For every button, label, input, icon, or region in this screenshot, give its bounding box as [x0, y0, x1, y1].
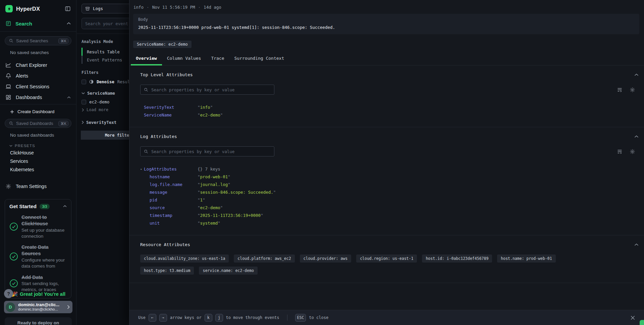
shortcut-badge: ⌘K	[58, 38, 68, 44]
resource-chip[interactable]: cloud.platform: aws_ec2	[234, 254, 294, 263]
saved-searches-input[interactable]: Saved Searches ⌘K	[5, 36, 71, 45]
attribute-row[interactable]: timestamp 2025-11-11T23:56:19+0000	[140, 212, 639, 219]
property-search-input[interactable]	[151, 149, 271, 154]
sidebar: HyperDX Search Saved Searches ⌘K No save…	[0, 0, 76, 325]
saved-dashboards-placeholder: Saved Dashboards	[16, 121, 53, 126]
tab-trace[interactable]: Trace	[206, 52, 229, 65]
chevron-down-icon	[9, 145, 12, 147]
collapse-sidebar-icon[interactable]	[65, 6, 71, 12]
resource-chip[interactable]: service.name: ec2-demo	[199, 267, 257, 275]
property-search-input[interactable]	[151, 87, 271, 92]
severity-badge: info	[133, 5, 144, 10]
settings-gear-icon[interactable]	[630, 149, 635, 154]
attribute-key: ServiceName	[144, 112, 198, 118]
resource-chip[interactable]: cloud.availability_zone: us-east-1a	[140, 254, 229, 263]
saved-dashboards-input[interactable]: Saved Dashboards ⌘K	[5, 119, 71, 128]
get-started-title: Get Started	[9, 203, 37, 209]
chevron-up-icon	[67, 22, 71, 25]
gear-icon	[5, 183, 11, 189]
step-description: Configure where your data comes from	[21, 257, 67, 269]
chart-icon	[5, 62, 11, 68]
deploy-banner[interactable]: Ready to deploy on	[5, 317, 72, 325]
attribute-row[interactable]: unit systemd	[140, 219, 639, 227]
collapse-section-icon[interactable]	[634, 243, 639, 246]
sidebar-item-alerts[interactable]: Alerts	[0, 71, 76, 81]
denoise-checkbox[interactable]	[82, 80, 86, 84]
attribute-row[interactable]: ServiceName ec2-demo	[140, 111, 639, 119]
deploy-banner-text: Ready to deploy on	[17, 320, 59, 325]
attribute-value: 2025-11-11T23:56:19+0000	[198, 213, 263, 218]
event-age: 14d ago	[204, 5, 221, 10]
section-title: Log Attributes	[140, 134, 177, 139]
body-label: Body	[138, 17, 634, 22]
sidebar-search-label: Search	[15, 21, 32, 27]
attribute-row[interactable]: pid 1	[140, 196, 639, 204]
step-title: Connect to ClickHouse	[21, 215, 48, 226]
resource-chip[interactable]: host.id: i-0abc123def456789	[422, 254, 492, 263]
feedback-corner-button[interactable]	[640, 320, 644, 325]
celebration-text: Great job! You're all	[20, 291, 65, 297]
get-started-step[interactable]: Create Data Sources Configure where your…	[9, 244, 67, 269]
user-menu[interactable]: D dominic.tran@clic... dominic.tran@clic…	[4, 301, 72, 313]
create-dashboard-button[interactable]: Create Dashboard	[0, 104, 76, 114]
expander-triangle-icon[interactable]: ▾	[140, 168, 144, 171]
source-selector-button[interactable]: Logs	[82, 4, 132, 13]
sidebar-item-client-sessions[interactable]: Client Sessions	[0, 81, 76, 92]
sidebar-item-search[interactable]: Search	[0, 16, 76, 32]
ec2-demo-checkbox[interactable]	[82, 100, 86, 104]
event-timestamp: Nov 11 5:56:19 PM	[152, 5, 195, 10]
attribute-row[interactable]: log.file.name journal.log	[140, 181, 639, 188]
property-search[interactable]	[140, 85, 274, 95]
attribute-tree-root[interactable]: ▾ LogAttributes {} 7 keys	[140, 165, 639, 173]
sidebar-item-dashboards[interactable]: Dashboards	[0, 92, 76, 103]
tab-surrounding-context[interactable]: Surrounding Context	[229, 52, 289, 65]
create-dashboard-label: Create Dashboard	[17, 109, 54, 114]
attribute-row[interactable]: hostname prod-web-01	[140, 173, 639, 181]
presets-label: PRESETS	[15, 144, 35, 148]
step-title: Create Data Sources	[21, 244, 49, 256]
attribute-key: unit	[150, 221, 198, 226]
attribute-key: SeverityText	[144, 105, 198, 110]
resource-chip[interactable]: cloud.region: us-east-1	[356, 254, 417, 263]
help-button[interactable]: ?	[4, 289, 13, 298]
settings-gear-icon[interactable]	[630, 87, 635, 93]
attribute-row[interactable]: message session-846.scope: Succeeded.	[140, 188, 639, 196]
get-started-step[interactable]: Connect to ClickHouse Set up your databa…	[9, 214, 67, 239]
preset-services[interactable]: Services	[0, 157, 76, 165]
wrap-lines-icon[interactable]	[617, 149, 623, 154]
preset-clickhouse[interactable]: ClickHouse	[0, 148, 76, 157]
source-selector-label: Logs	[93, 6, 103, 11]
resource-chip[interactable]: host.name: prod-web-01	[497, 254, 555, 263]
tab-column-values[interactable]: Column Values	[162, 52, 206, 65]
section-log-attributes: Log Attributes ▾ LogAttributes	[129, 127, 644, 235]
close-icon[interactable]	[630, 315, 635, 320]
avatar: D	[6, 303, 15, 312]
denoise-icon	[89, 80, 94, 84]
sidebar-item-team-settings[interactable]: Team Settings	[0, 181, 76, 192]
attribute-row[interactable]: source ec2-demo	[140, 204, 639, 212]
preset-kubernetes[interactable]: Kubernetes	[0, 165, 76, 174]
get-started-step[interactable]: Add Data Start sending logs, metrics, or…	[9, 274, 67, 293]
attribute-value: session-846.scope: Succeeded.	[198, 190, 276, 195]
dashboards-icon	[5, 94, 11, 100]
servicename-chip[interactable]: ServiceName: ec2-demo	[133, 41, 192, 48]
attribute-value: 1	[198, 197, 205, 202]
wrap-lines-icon[interactable]	[617, 87, 623, 93]
resource-chip[interactable]: cloud.provider: aws	[300, 254, 352, 263]
chevron-right-icon	[67, 305, 70, 309]
resource-chip[interactable]: host.type: t3.medium	[140, 267, 194, 275]
sidebar-item-chart-explorer[interactable]: Chart Explorer	[0, 60, 76, 71]
brand-title: HyperDX	[16, 6, 40, 12]
chevron-down-icon	[82, 92, 85, 94]
attribute-key: LogAttributes	[144, 167, 198, 172]
hyperdx-logo-icon	[5, 5, 13, 12]
tab-overview[interactable]: Overview	[131, 52, 162, 65]
keys-count-meta: {} 7 keys	[198, 167, 220, 172]
collapse-section-icon[interactable]	[634, 74, 639, 76]
chevron-up-icon[interactable]	[63, 205, 67, 207]
attribute-value: ec2-demo	[198, 112, 223, 118]
collapse-section-icon[interactable]	[634, 135, 639, 138]
property-search[interactable]	[140, 146, 274, 156]
attribute-row[interactable]: SeverityText info	[140, 103, 639, 111]
presets-toggle[interactable]: PRESETS	[0, 138, 76, 148]
